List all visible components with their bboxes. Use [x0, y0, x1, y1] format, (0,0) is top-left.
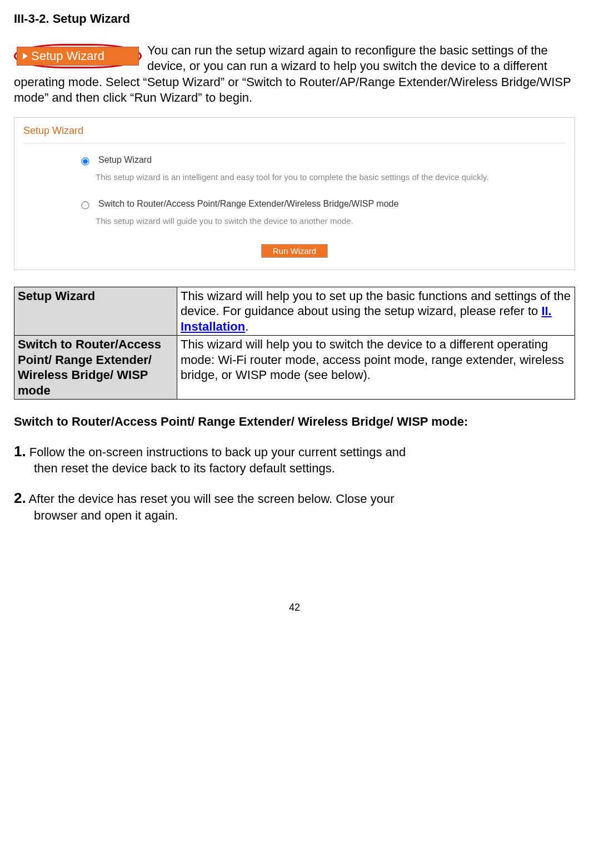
table-desc-1a: This wizard will help you to set up the … [181, 289, 571, 318]
radio-switch-mode[interactable] [81, 201, 89, 209]
table-desc-1: This wizard will help you to set up the … [177, 287, 575, 336]
step-1: 1. Follow the on-screen instructions to … [14, 442, 575, 477]
nav-button-label: Setup Wizard [31, 48, 104, 64]
step-2: 2. After the device has reset you will s… [14, 489, 575, 523]
step-1-number: 1. [14, 443, 26, 460]
page-number: 42 [14, 601, 575, 614]
step-2-line1: After the device has reset you will see … [29, 492, 395, 506]
play-icon [23, 53, 28, 59]
radio-setup-wizard[interactable] [81, 157, 89, 165]
step-1-line2: then reset the device back to its factor… [34, 461, 575, 477]
setup-wizard-nav-button[interactable]: Setup Wizard [17, 47, 139, 66]
table-row: Setup Wizard This wizard will help you t… [14, 287, 575, 336]
run-wizard-button[interactable]: Run Wizard [261, 244, 328, 258]
table-desc-1b: . [245, 320, 248, 333]
setup-wizard-panel: Setup Wizard Setup Wizard This setup wiz… [14, 117, 575, 270]
radio-label-1: Setup Wizard [98, 154, 152, 166]
divider [23, 143, 566, 143]
intro-paragraph-block: Setup Wizard You can run the setup wizar… [14, 43, 575, 106]
table-row: Switch to Router/Access Point/ Range Ext… [14, 336, 575, 400]
step-1-line1: Follow the on-screen instructions to bac… [29, 445, 406, 459]
table-label-1: Setup Wizard [14, 287, 177, 336]
nav-button-highlight: Setup Wizard [14, 44, 142, 69]
table-desc-2: This wizard will help you to switch the … [177, 336, 575, 400]
radio-desc-2: This setup wizard will guide you to swit… [96, 214, 566, 228]
description-table: Setup Wizard This wizard will help you t… [14, 287, 575, 400]
step-2-line2: browser and open it again. [34, 508, 575, 524]
panel-title: Setup Wizard [23, 124, 566, 137]
step-2-number: 2. [14, 490, 26, 506]
table-label-2: Switch to Router/Access Point/ Range Ext… [14, 336, 177, 400]
radio-label-2: Switch to Router/Access Point/Range Exte… [98, 198, 398, 210]
radio-option-2: Switch to Router/Access Point/Range Exte… [79, 198, 566, 228]
section-heading: III-3-2. Setup Wizard [14, 11, 575, 27]
radio-desc-1: This setup wizard is an intelligent and … [96, 171, 566, 184]
switch-mode-heading: Switch to Router/Access Point/ Range Ext… [14, 414, 575, 430]
radio-option-1: Setup Wizard This setup wizard is an int… [79, 154, 566, 184]
